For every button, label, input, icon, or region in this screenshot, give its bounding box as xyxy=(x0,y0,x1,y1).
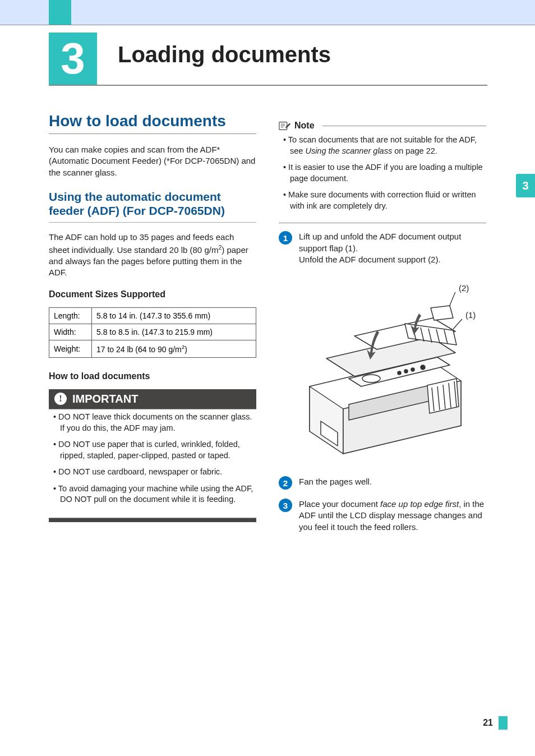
header-divider xyxy=(0,25,535,25)
list-item: DO NOT leave thick documents on the scan… xyxy=(53,412,256,434)
note-footer-line xyxy=(279,223,486,223)
important-list: DO NOT leave thick documents on the scan… xyxy=(49,412,256,505)
important-body: DO NOT leave thick documents on the scan… xyxy=(49,409,256,518)
note-list: To scan documents that are not suitable … xyxy=(279,135,486,211)
svg-point-10 xyxy=(421,365,425,370)
chapter-underline xyxy=(49,85,487,86)
table-row: Width: 5.8 to 8.5 in. (147.3 to 215.9 mm… xyxy=(49,324,256,340)
section-underline xyxy=(49,133,256,134)
subsection-underline xyxy=(49,222,256,223)
spec-value: 5.8 to 14 in. (147.3 to 355.6 mm) xyxy=(92,308,256,324)
note-header: Note xyxy=(279,120,486,131)
step-number-2: 2 xyxy=(279,476,292,490)
step1-line2: Unfold the ADF document support (2). xyxy=(299,255,441,264)
content-columns: How to load documents You can make copie… xyxy=(49,112,486,542)
note-header-line xyxy=(322,126,486,126)
subsection-title: Using the automatic document feeder (ADF… xyxy=(49,190,256,218)
list-item: Make sure documents with correction flui… xyxy=(283,190,486,211)
note1-post: on page 22. xyxy=(392,146,437,155)
step-1-text: Lift up and unfold the ADF document outp… xyxy=(299,231,486,265)
step1-line1: Lift up and unfold the ADF document outp… xyxy=(299,232,461,252)
step-2-text: Fan the pages well. xyxy=(299,476,486,490)
note-body: To scan documents that are not suitable … xyxy=(279,133,486,223)
spec-label: Weight: xyxy=(49,340,92,358)
svg-point-9 xyxy=(411,368,414,371)
table-row: Length: 5.8 to 14 in. (147.3 to 355.6 mm… xyxy=(49,308,256,324)
svg-text:(1): (1) xyxy=(465,310,476,320)
left-column: How to load documents You can make copie… xyxy=(49,112,256,542)
spec-label: Length: xyxy=(49,308,92,324)
note-label: Note xyxy=(294,121,315,131)
adf-description: The ADF can hold up to 35 pages and feed… xyxy=(49,232,256,278)
spec-value: 5.8 to 8.5 in. (147.3 to 215.9 mm) xyxy=(92,324,256,340)
svg-point-8 xyxy=(404,370,408,373)
page-number: 21 xyxy=(483,718,493,728)
note1-link: Using the scanner glass xyxy=(305,146,392,155)
page-number-tab xyxy=(499,716,508,730)
note-icon xyxy=(279,120,291,131)
right-column: Note To scan documents that are not suit… xyxy=(279,112,486,542)
note-box: Note To scan documents that are not suit… xyxy=(279,120,486,223)
spec-table: Length: 5.8 to 14 in. (147.3 to 355.6 mm… xyxy=(49,307,256,358)
step3-pre: Place your document xyxy=(299,499,380,509)
intro-text: You can make copies and scan from the AD… xyxy=(49,144,256,178)
side-tab: 3 xyxy=(516,174,535,197)
chapter-title: Loading documents xyxy=(118,42,331,67)
howto-heading: How to load documents xyxy=(49,371,256,381)
header-accent xyxy=(49,0,71,25)
step-number-3: 3 xyxy=(279,499,292,512)
printer-figure: (2) (1) xyxy=(279,274,486,459)
svg-point-7 xyxy=(398,371,401,375)
step-number-1: 1 xyxy=(279,231,292,245)
spec-value-prefix: 17 to 24 lb (64 to 90 g/m xyxy=(96,345,182,354)
adf-desc-part1: The ADF can hold up to 35 pages and feed… xyxy=(49,232,234,254)
spec-value-suffix: ) xyxy=(185,345,187,354)
step-3-text: Place your document face up top edge fir… xyxy=(299,499,486,533)
header-bar xyxy=(0,0,535,25)
svg-text:(2): (2) xyxy=(459,283,469,293)
step-1: 1 Lift up and unfold the ADF document ou… xyxy=(279,231,486,265)
spec-label: Width: xyxy=(49,324,92,340)
step-2: 2 Fan the pages well. xyxy=(279,476,486,490)
step3-italic: face up top edge first xyxy=(380,499,459,509)
important-box: ! IMPORTANT DO NOT leave thick documents… xyxy=(49,389,256,522)
list-item: To scan documents that are not suitable … xyxy=(283,135,486,156)
list-item: DO NOT use cardboard, newspaper or fabri… xyxy=(53,467,256,478)
spec-value: 17 to 24 lb (64 to 90 g/m2) xyxy=(92,340,256,358)
section-title: How to load documents xyxy=(49,112,256,130)
printer-illustration: (2) (1) xyxy=(287,274,478,459)
important-footer-bar xyxy=(49,518,256,522)
step-3: 3 Place your document face up top edge f… xyxy=(279,499,486,533)
list-item: To avoid damaging your machine while usi… xyxy=(53,483,256,505)
svg-point-6 xyxy=(362,375,380,382)
important-label: IMPORTANT xyxy=(72,393,138,405)
list-item: DO NOT use paper that is curled, wrinkle… xyxy=(53,439,256,461)
sizes-heading: Document Sizes Supported xyxy=(49,289,256,299)
important-header: ! IMPORTANT xyxy=(49,389,256,409)
list-item: It is easier to use the ADF if you are l… xyxy=(283,162,486,184)
table-row: Weight: 17 to 24 lb (64 to 90 g/m2) xyxy=(49,340,256,358)
chapter-number-box: 3 xyxy=(49,33,97,85)
exclamation-icon: ! xyxy=(54,393,67,405)
